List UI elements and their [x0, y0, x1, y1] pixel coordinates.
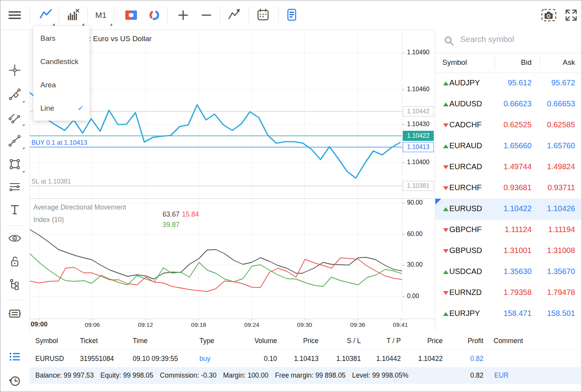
ask-value: 1.49824 [547, 162, 575, 171]
chart-type-button[interactable] [39, 8, 54, 23]
axis-tick-mark [402, 203, 405, 203]
market-row-usdcad[interactable]: USDCAD1.356301.35670 [435, 262, 581, 283]
pos-col-type: Type [199, 337, 234, 345]
axis-tick-label: 1.10400 [407, 159, 430, 166]
visibility-button[interactable] [6, 230, 23, 247]
indicators-button[interactable] [227, 8, 242, 23]
symbol-label: EURCHF [449, 183, 482, 192]
stop-loss-label[interactable]: SL at 1.10381 [31, 178, 71, 185]
market-row-gbpusd[interactable]: GBPUSD1.310011.31008 [435, 241, 581, 262]
indicator-delete-button[interactable] [66, 8, 81, 23]
pos-col-sl: S / L [319, 337, 361, 345]
histogram-x-icon [66, 8, 80, 22]
lock-button[interactable] [6, 253, 23, 270]
market-row-gbpchf[interactable]: GBPCHF1.111241.11194 [435, 220, 581, 241]
menu-item-label: Area [40, 81, 56, 89]
menu-item-candlestick[interactable]: Candlestick [33, 50, 90, 73]
market-row-eurnzd[interactable]: EURNZD1.793581.79478 [435, 283, 581, 304]
bid-value: 158.471 [504, 309, 532, 318]
market-row-eurchf[interactable]: EURCHF0.936810.93711 [435, 178, 581, 199]
symbol-search [435, 29, 581, 53]
symbol-label: EURJPY [449, 309, 480, 318]
zoom-in-button[interactable] [176, 8, 191, 23]
axis-tick-label: 1.10430 [407, 121, 430, 128]
search-input[interactable] [459, 34, 573, 44]
ask-value: 0.66653 [547, 99, 575, 108]
up-arrow-icon [443, 144, 449, 148]
dropdown-corner-icon [23, 101, 24, 102]
time-label: 09:41 [393, 321, 408, 328]
menu-item-area[interactable]: Area [33, 73, 90, 97]
buy-order-label[interactable]: BUY 0.1 at 1.10413 [31, 139, 87, 146]
trend-lines-icon [8, 111, 22, 125]
column-symbol[interactable]: Symbol [442, 58, 467, 67]
column-bid[interactable]: Bid [521, 58, 532, 67]
trade-tab-button[interactable] [6, 348, 23, 365]
symbol-label: AUDUSD [449, 99, 482, 108]
down-arrow-icon [443, 165, 449, 169]
down-arrow-icon [443, 123, 449, 127]
column-ask[interactable]: Ask [563, 58, 575, 67]
market-row-cadchf[interactable]: CADCHF0.625250.62585 [435, 115, 581, 136]
dropdown-corner-icon [23, 124, 24, 126]
pos-col-volume: Volume [234, 337, 277, 345]
lines-tool-button[interactable] [6, 109, 23, 126]
one-click-trading-button[interactable] [124, 8, 139, 23]
fibonacci-tool-button[interactable] [6, 86, 23, 103]
zoom-out-button[interactable] [199, 8, 214, 23]
bid-value: 0.62525 [504, 120, 532, 129]
object-tree-button[interactable] [6, 276, 23, 293]
position-row[interactable]: EURUSD31955108409.10 09:39:55buy0.101.10… [29, 350, 581, 368]
minus-icon [199, 8, 213, 22]
economic-calendar-button[interactable] [256, 8, 270, 23]
horizontal-lines-tool-button[interactable] [6, 178, 23, 195]
pos-col-comment: Comment [483, 337, 565, 345]
pos-time: 09.10 09:39:55 [133, 355, 199, 363]
crosshair-tool-button[interactable] [6, 62, 23, 79]
tiled-windows-icon [8, 307, 22, 321]
menu-item-label: Candlestick [40, 57, 78, 66]
trade-panel-toggle-button[interactable] [284, 8, 299, 23]
rectangle-shape-icon [8, 157, 22, 171]
axis-tick-mark [402, 163, 405, 163]
down-arrow-icon [443, 249, 449, 253]
market-watch-header: Symbol Bid Ask [435, 53, 581, 73]
unlocked-padlock-icon [8, 255, 22, 269]
selected-corner-icon [435, 199, 441, 205]
menu-item-line[interactable]: Line✓ [33, 97, 90, 120]
time-label: 09:06 [85, 321, 100, 328]
time-label: 09:18 [191, 321, 206, 328]
time-label: 09:00 [31, 321, 47, 328]
market-row-eurusd[interactable]: EURUSD1.104221.10426 [435, 199, 581, 220]
market-row-audusd[interactable]: AUDUSD0.666230.66653 [435, 94, 581, 115]
up-arrow-icon [443, 270, 449, 274]
market-row-eurjpy[interactable]: EURJPY158.471158.501 [435, 304, 581, 324]
bid-value: 1.49744 [504, 162, 532, 171]
market-row-eurcad[interactable]: EURCAD1.497441.49824 [435, 157, 581, 178]
axis-tick-label: 1.10490 [407, 49, 430, 56]
screenshot-button[interactable] [540, 8, 558, 23]
channels-tool-button[interactable] [6, 132, 23, 149]
ask-value: 0.62585 [547, 120, 575, 129]
market-row-euraud[interactable]: EURAUD1.656601.65760 [435, 136, 581, 157]
fullscreen-button[interactable] [564, 8, 579, 23]
account-profit: 0.82 [443, 371, 483, 380]
text-tool-button[interactable] [6, 201, 23, 219]
pos-price2: 1.10422 [401, 355, 443, 363]
depth-of-market-button[interactable] [147, 8, 162, 23]
menu-item-bars[interactable]: Bars [33, 27, 90, 50]
shapes-tool-button[interactable] [6, 156, 23, 173]
bid-value: 1.35630 [504, 267, 532, 276]
timeframe-button[interactable]: M1 [92, 8, 110, 23]
axis-tick-label: 60.00 [407, 231, 423, 238]
up-arrow-icon [443, 207, 449, 211]
market-row-audjpy[interactable]: AUDJPY95.61295.672 [435, 73, 581, 94]
donut-chart-icon [147, 9, 161, 21]
down-arrow-icon [443, 228, 449, 232]
account-free-margin: Free margin: 99 898.05 [275, 371, 346, 380]
indicator-name-line1: Average Directional Movement [33, 203, 126, 212]
main-menu-button[interactable] [7, 8, 22, 23]
fibonacci-line-icon [8, 87, 22, 101]
history-tab-button[interactable] [6, 372, 23, 389]
window-tile-button[interactable] [6, 305, 23, 322]
